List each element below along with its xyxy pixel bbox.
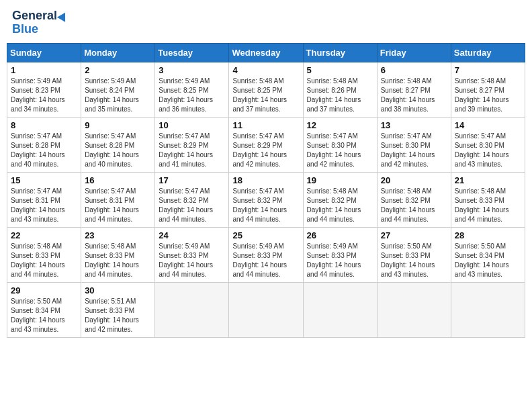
day-number: 18 (232, 175, 299, 185)
cell-info: Sunrise: 5:49 AMSunset: 8:25 PMDaylight:… (159, 77, 213, 113)
day-number: 28 (455, 230, 521, 240)
cell-info: Sunrise: 5:47 AMSunset: 8:29 PMDaylight:… (232, 132, 287, 168)
day-number: 20 (381, 175, 447, 185)
day-number: 27 (381, 230, 447, 240)
cell-info: Sunrise: 5:49 AMSunset: 8:24 PMDaylight:… (85, 77, 139, 113)
day-number: 25 (232, 230, 299, 240)
calendar-cell (303, 282, 377, 337)
calendar-cell: 25 Sunrise: 5:49 AMSunset: 8:33 PMDaylig… (229, 227, 303, 282)
cell-info: Sunrise: 5:48 AMSunset: 8:33 PMDaylight:… (455, 187, 509, 223)
logo: General Blue (12, 9, 68, 36)
calendar-cell: 23 Sunrise: 5:48 AMSunset: 8:33 PMDaylig… (81, 227, 155, 282)
weekday-thursday: Thursday (303, 43, 377, 62)
day-number: 22 (11, 230, 77, 240)
logo-triangle-icon (57, 10, 69, 21)
cell-info: Sunrise: 5:48 AMSunset: 8:32 PMDaylight:… (307, 187, 361, 223)
cell-info: Sunrise: 5:48 AMSunset: 8:33 PMDaylight:… (11, 242, 65, 278)
calendar-cell: 10 Sunrise: 5:47 AMSunset: 8:29 PMDaylig… (155, 117, 229, 172)
cell-info: Sunrise: 5:49 AMSunset: 8:33 PMDaylight:… (307, 242, 361, 278)
cell-info: Sunrise: 5:47 AMSunset: 8:30 PMDaylight:… (455, 132, 509, 168)
calendar-cell: 7 Sunrise: 5:48 AMSunset: 8:27 PMDayligh… (451, 62, 525, 117)
calendar-cell: 6 Sunrise: 5:48 AMSunset: 8:27 PMDayligh… (377, 62, 451, 117)
calendar-cell: 28 Sunrise: 5:50 AMSunset: 8:34 PMDaylig… (451, 227, 525, 282)
cell-info: Sunrise: 5:47 AMSunset: 8:30 PMDaylight:… (381, 132, 435, 168)
calendar-cell: 9 Sunrise: 5:47 AMSunset: 8:28 PMDayligh… (81, 117, 155, 172)
calendar-cell: 2 Sunrise: 5:49 AMSunset: 8:24 PMDayligh… (81, 62, 155, 117)
cell-info: Sunrise: 5:50 AMSunset: 8:33 PMDaylight:… (381, 242, 435, 278)
cell-info: Sunrise: 5:48 AMSunset: 8:26 PMDaylight:… (307, 77, 361, 113)
day-number: 30 (85, 285, 151, 295)
cell-info: Sunrise: 5:47 AMSunset: 8:28 PMDaylight:… (11, 132, 65, 168)
day-number: 9 (85, 120, 151, 130)
day-number: 11 (232, 120, 299, 130)
page-header: General Blue (7, 7, 525, 39)
cell-info: Sunrise: 5:47 AMSunset: 8:29 PMDaylight:… (159, 132, 213, 168)
day-number: 19 (307, 175, 373, 185)
calendar-cell (451, 282, 525, 337)
week-row-5: 29 Sunrise: 5:50 AMSunset: 8:34 PMDaylig… (7, 282, 525, 337)
calendar-cell: 16 Sunrise: 5:47 AMSunset: 8:31 PMDaylig… (81, 172, 155, 227)
calendar-cell (155, 282, 229, 337)
calendar-cell: 22 Sunrise: 5:48 AMSunset: 8:33 PMDaylig… (7, 227, 81, 282)
cell-info: Sunrise: 5:49 AMSunset: 8:33 PMDaylight:… (232, 242, 287, 278)
day-number: 16 (85, 175, 151, 185)
calendar-cell: 21 Sunrise: 5:48 AMSunset: 8:33 PMDaylig… (451, 172, 525, 227)
calendar-body: 1 Sunrise: 5:49 AMSunset: 8:23 PMDayligh… (7, 62, 525, 337)
cell-info: Sunrise: 5:48 AMSunset: 8:27 PMDaylight:… (381, 77, 435, 113)
cell-info: Sunrise: 5:48 AMSunset: 8:32 PMDaylight:… (381, 187, 435, 223)
calendar-cell: 1 Sunrise: 5:49 AMSunset: 8:23 PMDayligh… (7, 62, 81, 117)
calendar-cell: 15 Sunrise: 5:47 AMSunset: 8:31 PMDaylig… (7, 172, 81, 227)
calendar-cell: 5 Sunrise: 5:48 AMSunset: 8:26 PMDayligh… (303, 62, 377, 117)
weekday-sunday: Sunday (7, 43, 81, 62)
day-number: 13 (381, 120, 447, 130)
day-number: 10 (159, 120, 225, 130)
week-row-3: 15 Sunrise: 5:47 AMSunset: 8:31 PMDaylig… (7, 172, 525, 227)
day-number: 15 (11, 175, 77, 185)
day-number: 12 (307, 120, 373, 130)
calendar-cell: 13 Sunrise: 5:47 AMSunset: 8:30 PMDaylig… (377, 117, 451, 172)
calendar-cell (377, 282, 451, 337)
day-number: 7 (455, 65, 521, 75)
weekday-header-row: SundayMondayTuesdayWednesdayThursdayFrid… (7, 43, 525, 62)
calendar-table: SundayMondayTuesdayWednesdayThursdayFrid… (7, 43, 525, 338)
logo-text-general: General (12, 9, 57, 23)
calendar-cell: 8 Sunrise: 5:47 AMSunset: 8:28 PMDayligh… (7, 117, 81, 172)
calendar-cell: 24 Sunrise: 5:49 AMSunset: 8:33 PMDaylig… (155, 227, 229, 282)
day-number: 5 (307, 65, 373, 75)
calendar-cell: 26 Sunrise: 5:49 AMSunset: 8:33 PMDaylig… (303, 227, 377, 282)
logo-text-blue: Blue (12, 23, 38, 36)
calendar-cell: 27 Sunrise: 5:50 AMSunset: 8:33 PMDaylig… (377, 227, 451, 282)
day-number: 24 (159, 230, 225, 240)
day-number: 3 (159, 65, 225, 75)
day-number: 8 (11, 120, 77, 130)
day-number: 4 (232, 65, 299, 75)
weekday-tuesday: Tuesday (155, 43, 229, 62)
cell-info: Sunrise: 5:49 AMSunset: 8:33 PMDaylight:… (159, 242, 213, 278)
calendar-cell: 30 Sunrise: 5:51 AMSunset: 8:33 PMDaylig… (81, 282, 155, 337)
day-number: 1 (11, 65, 77, 75)
calendar-cell: 20 Sunrise: 5:48 AMSunset: 8:32 PMDaylig… (377, 172, 451, 227)
cell-info: Sunrise: 5:50 AMSunset: 8:34 PMDaylight:… (455, 242, 509, 278)
day-number: 23 (85, 230, 151, 240)
weekday-friday: Friday (377, 43, 451, 62)
calendar-cell: 18 Sunrise: 5:47 AMSunset: 8:32 PMDaylig… (229, 172, 303, 227)
week-row-1: 1 Sunrise: 5:49 AMSunset: 8:23 PMDayligh… (7, 62, 525, 117)
calendar-cell: 3 Sunrise: 5:49 AMSunset: 8:25 PMDayligh… (155, 62, 229, 117)
cell-info: Sunrise: 5:51 AMSunset: 8:33 PMDaylight:… (85, 298, 139, 333)
cell-info: Sunrise: 5:47 AMSunset: 8:32 PMDaylight:… (159, 187, 213, 223)
calendar-header: SundayMondayTuesdayWednesdayThursdayFrid… (7, 43, 525, 62)
calendar-cell (229, 282, 303, 337)
weekday-saturday: Saturday (451, 43, 525, 62)
day-number: 21 (455, 175, 521, 185)
cell-info: Sunrise: 5:48 AMSunset: 8:25 PMDaylight:… (232, 77, 287, 113)
calendar-cell: 17 Sunrise: 5:47 AMSunset: 8:32 PMDaylig… (155, 172, 229, 227)
day-number: 2 (85, 65, 151, 75)
calendar-cell: 12 Sunrise: 5:47 AMSunset: 8:30 PMDaylig… (303, 117, 377, 172)
day-number: 6 (381, 65, 447, 75)
day-number: 26 (307, 230, 373, 240)
day-number: 17 (159, 175, 225, 185)
cell-info: Sunrise: 5:47 AMSunset: 8:31 PMDaylight:… (11, 187, 65, 223)
calendar-cell: 19 Sunrise: 5:48 AMSunset: 8:32 PMDaylig… (303, 172, 377, 227)
cell-info: Sunrise: 5:47 AMSunset: 8:32 PMDaylight:… (232, 187, 287, 223)
day-number: 14 (455, 120, 521, 130)
